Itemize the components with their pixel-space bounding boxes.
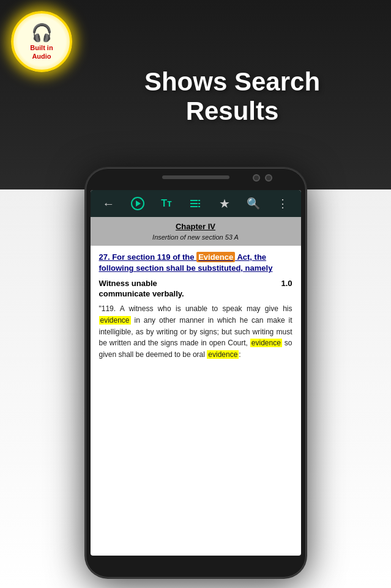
phone-camera-right [265,174,272,182]
svg-rect-3 [198,200,200,201]
app-toolbar: ← Tт ★ [91,190,301,217]
phone-device: ← Tт ★ [86,168,306,578]
body-text: "119. A witness who is unable to speak m… [99,303,292,360]
evidence-highlight-1: evidence [99,316,131,325]
witness-line: Witness unable 1.0 [99,279,292,288]
evidence-highlight-3: evidence [207,350,239,359]
chapter-subtitle: Insertion of new section 53 A [98,233,294,241]
play-circle [131,197,144,210]
chapter-title: Chapter IV [98,222,294,231]
headphone-icon: 🎧 [31,23,53,43]
page-title-area: Shows Search Results [86,67,379,127]
svg-rect-5 [198,206,200,207]
section-heading: 27. For section 119 of the Evidence Act,… [99,252,292,274]
page-title: Shows Search Results [86,67,379,127]
play-button[interactable] [128,194,147,213]
list-button[interactable] [185,194,205,213]
phone-speaker [162,175,229,179]
evidence-highlight-2: evidence [250,339,282,347]
content-area: Chapter IV Insertion of new section 53 A… [91,217,301,556]
witness-number: 1.0 [281,279,292,288]
svg-rect-0 [190,200,198,201]
search-button[interactable]: 🔍 [244,194,263,213]
audio-badge: 🎧 Built in Audio [11,11,72,72]
badge-text: Built in Audio [30,44,53,60]
svg-rect-4 [198,203,200,204]
chapter-header: Chapter IV Insertion of new section 53 A [91,217,301,246]
more-button[interactable]: ⋮ [273,194,292,213]
book-content: 27. For section 119 of the Evidence Act,… [91,246,301,366]
play-triangle-icon [136,200,141,207]
text-size-button[interactable]: Tт [157,194,176,213]
phone-screen: ← Tт ★ [91,190,301,556]
evidence-highlight-heading: Evidence [196,252,235,262]
back-button[interactable]: ← [99,194,118,213]
svg-rect-2 [190,206,198,207]
phone-camera-left [253,174,260,182]
witness-subtitle: communicate verbally. [99,289,292,298]
svg-rect-1 [190,203,198,204]
phone-body: ← Tт ★ [86,168,306,578]
witness-title: Witness unable [99,279,157,288]
bookmark-button[interactable]: ★ [215,194,234,213]
